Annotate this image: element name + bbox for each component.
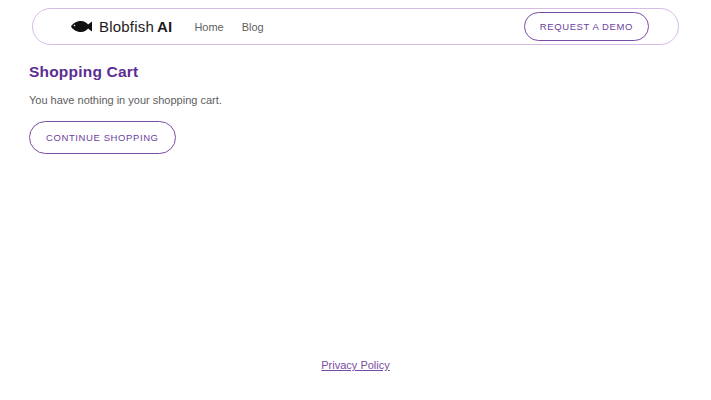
- brand-name-text: Blobfish: [99, 18, 154, 35]
- main-nav: Home Blog: [194, 21, 263, 33]
- brand-name: BlobfishAI: [99, 18, 172, 35]
- brand-logo[interactable]: BlobfishAI: [70, 18, 172, 35]
- privacy-policy-link[interactable]: Privacy Policy: [321, 359, 389, 371]
- content-spacer: [0, 154, 711, 359]
- header: BlobfishAI Home Blog REQUEST A DEMO: [32, 8, 679, 45]
- continue-shopping-button[interactable]: CONTINUE SHOPPING: [29, 121, 176, 154]
- empty-cart-message: You have nothing in your shopping cart.: [29, 94, 682, 106]
- cart-page: Shopping Cart You have nothing in your s…: [0, 45, 711, 154]
- fish-icon: [70, 20, 93, 33]
- page-title: Shopping Cart: [29, 63, 682, 81]
- nav-link-home[interactable]: Home: [194, 21, 223, 33]
- request-demo-button[interactable]: REQUEST A DEMO: [524, 12, 649, 41]
- footer: Privacy Policy: [0, 359, 711, 400]
- brand-suffix-text: AI: [157, 18, 172, 35]
- nav-link-blog[interactable]: Blog: [242, 21, 264, 33]
